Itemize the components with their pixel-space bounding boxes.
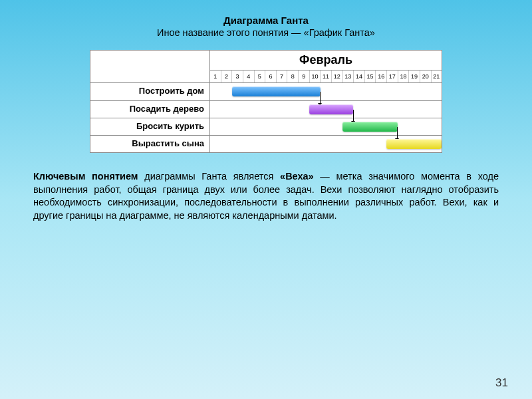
gantt-day-cell: 20	[420, 70, 432, 82]
gantt-day-cell: 16	[376, 70, 387, 82]
gantt-day-cell: 7	[277, 70, 288, 82]
page-subtitle: Иное название этого понятия — «График Га…	[0, 27, 532, 38]
gantt-day-cell: 10	[310, 70, 321, 82]
gantt-day-cell: 14	[354, 70, 365, 82]
gantt-days-row: 123456789101112131415161718192021	[210, 70, 442, 82]
gantt-day-cell: 3	[232, 70, 243, 82]
gantt-day-cell: 1	[210, 70, 221, 82]
gantt-header-spacer	[90, 51, 210, 82]
gantt-bars-area	[210, 83, 442, 100]
gantt-row: Бросить курить	[90, 118, 442, 135]
gantt-bar	[386, 139, 442, 149]
gantt-row: Построить дом	[90, 83, 442, 100]
gantt-bars-area	[210, 101, 442, 118]
gantt-bar	[232, 86, 321, 96]
gantt-bars-area	[210, 136, 442, 152]
gantt-task-label: Вырастить сына	[90, 136, 210, 152]
gantt-day-cell: 6	[265, 70, 277, 82]
description-text: Ключевым понятием диаграммы Ганта являет…	[33, 170, 499, 222]
gantt-bar	[309, 104, 353, 114]
gantt-chart: Февраль 12345678910111213141516171819202…	[90, 50, 442, 153]
page-number: 31	[495, 376, 508, 390]
gantt-day-cell: 15	[365, 70, 376, 82]
gantt-day-cell: 13	[343, 70, 354, 82]
gantt-month-label: Февраль	[210, 51, 442, 70]
gantt-bars-area	[210, 118, 442, 135]
gantt-day-cell: 18	[398, 70, 410, 82]
gantt-row: Посадить дерево	[90, 100, 442, 118]
gantt-task-label: Построить дом	[90, 83, 210, 100]
gantt-day-cell: 12	[332, 70, 343, 82]
gantt-day-cell: 8	[287, 70, 299, 82]
gantt-task-label: Бросить курить	[90, 118, 210, 135]
gantt-body: Построить домПосадить деревоБросить кури…	[90, 83, 442, 152]
gantt-day-cell: 21	[432, 70, 442, 82]
gantt-day-cell: 19	[409, 70, 420, 82]
gantt-day-cell: 17	[387, 70, 398, 82]
gantt-task-label: Посадить дерево	[90, 101, 210, 118]
gantt-day-cell: 4	[243, 70, 255, 82]
gantt-row: Вырастить сына	[90, 135, 442, 152]
gantt-day-cell: 2	[221, 70, 233, 82]
gantt-day-cell: 11	[321, 70, 332, 82]
page-title: Диаграмма Ганта	[0, 15, 532, 26]
gantt-day-cell: 5	[255, 70, 266, 82]
gantt-bar	[342, 122, 398, 132]
gantt-day-cell: 9	[299, 70, 310, 82]
